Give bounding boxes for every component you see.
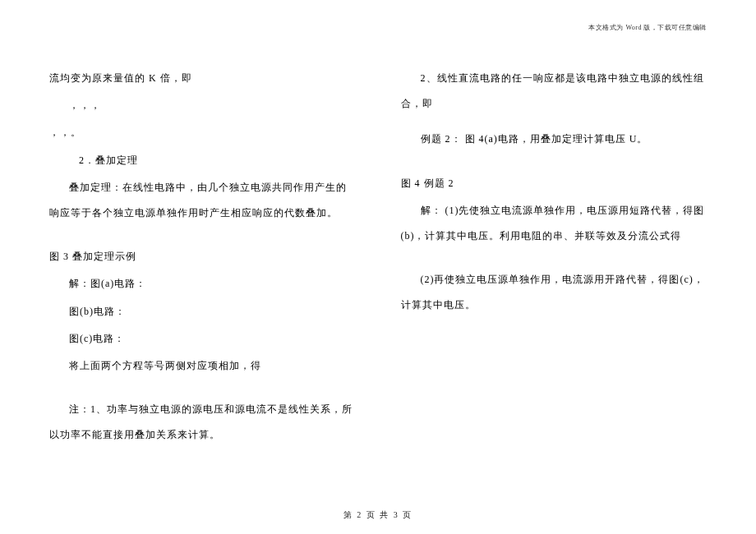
example-intro: 例题 2： 图 4(a)电路，用叠加定理计算电压 U。 [401,127,708,152]
text-paragraph: 解： (1)先使独立电流源单独作用，电压源用短路代替，得图(b)，计算其中电压。… [401,198,708,249]
blank-line [401,154,708,171]
blank-line [49,380,356,397]
blank-line [49,228,356,244]
document-body: 流均变为原来量值的 K 倍，即 ，，， ，，。 2．叠加定理 叠加定理：在线性电… [49,25,707,468]
page-container: 本文格式为 Word 版，下载可任意编辑 流均变为原来量值的 K 倍，即 ，，，… [0,0,756,534]
note-text: 注：1、功率与独立电源的源电压和源电流不是线性关系，所以功率不能直接用叠加关系来… [49,397,356,448]
text-line: 将上面两个方程等号两侧对应项相加，得 [49,353,356,379]
section-heading: 2．叠加定理 [49,148,356,173]
text-line: 解：图(a)电路： [49,271,356,297]
blank-line [401,118,708,127]
text-line: 图(c)电路： [49,326,356,352]
figure-caption: 图 4 例题 2 [401,171,708,196]
text-line: ，，。 [49,120,356,145]
text-paragraph: (2)再使独立电压源单独作用，电流源用开路代替，得图(c)，计算其中电压。 [401,267,708,318]
blank-line [401,251,708,267]
header-format-note: 本文格式为 Word 版，下载可任意编辑 [588,23,707,32]
text-line: 流均变为原来量值的 K 倍，即 [49,66,356,91]
text-line: 图(b)电路： [49,299,356,325]
page-footer: 第 2 页 共 3 页 [0,509,756,521]
figure-caption: 图 3 叠加定理示例 [49,244,356,269]
text-paragraph: 叠加定理：在线性电路中，由几个独立电源共同作用产生的响应等于各个独立电源单独作用… [49,175,356,226]
text-line: ，，， [49,93,356,118]
note-text: 2、线性直流电路的任一响应都是该电路中独立电源的线性组合，即 [401,66,708,117]
